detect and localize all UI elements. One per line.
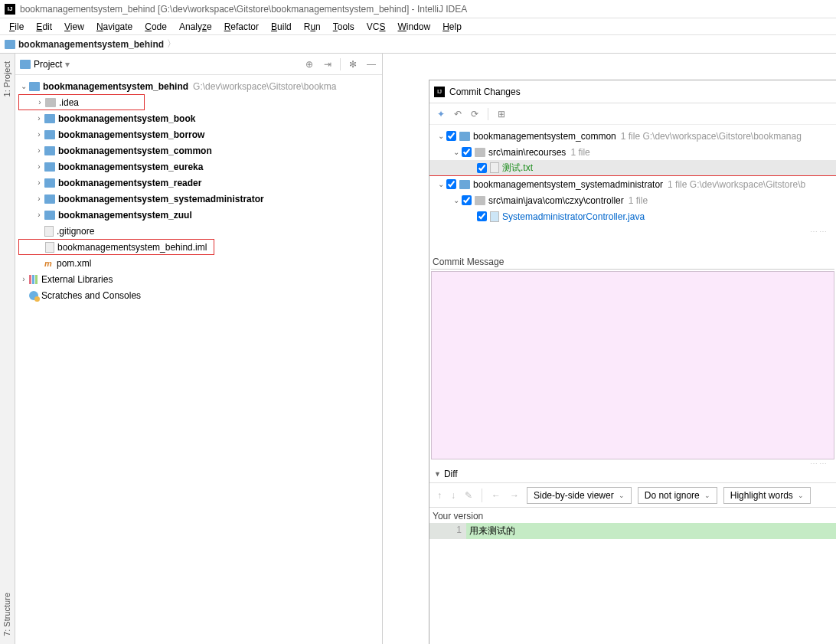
checkbox[interactable] — [446, 131, 456, 141]
changelist-icon[interactable]: ✦ — [437, 109, 445, 119]
chevron-right-icon[interactable]: › — [34, 130, 44, 139]
tree-item[interactable]: ›bookmanagementsystem_zuul — [15, 207, 382, 223]
tree-iml[interactable]: bookmanagementsystem_behind.iml — [18, 239, 214, 255]
tree-label: bookmanagementsystem_book — [58, 113, 195, 124]
side-tab-structure[interactable]: 7: Structure — [2, 593, 11, 636]
tree-root-path: G:\dev\workspace\Gitstore\bookma — [193, 81, 336, 92]
tree-item[interactable]: ›bookmanagementsystem_eureka — [15, 159, 382, 175]
side-tab-project[interactable]: 1: Project — [2, 61, 11, 96]
checkbox[interactable] — [446, 179, 456, 189]
chevron-down-icon[interactable]: ▾ — [65, 59, 70, 70]
diff-section-header[interactable]: ▼ Diff — [429, 466, 836, 483]
tree-item[interactable]: ›bookmanagementsystem_borrow — [15, 126, 382, 142]
target-icon[interactable]: ⊕ — [303, 58, 315, 70]
line-number: 1 — [429, 523, 466, 539]
undo-icon[interactable]: ↶ — [454, 109, 462, 119]
tree-scratch[interactable]: Scratches and Consoles — [15, 287, 382, 303]
chevron-right-icon[interactable]: › — [34, 162, 44, 171]
group-icon[interactable]: ⊞ — [498, 109, 505, 119]
tree-item[interactable]: ›bookmanagementsystem_book — [15, 110, 382, 126]
chevron-right-icon[interactable]: › — [34, 114, 44, 123]
breadcrumb[interactable]: bookmanagementsystem_behind 〉 — [0, 35, 836, 54]
checkbox[interactable] — [477, 163, 487, 173]
menu-refactor[interactable]: Refactor — [218, 20, 265, 34]
tree-root[interactable]: ⌄ bookmanagementsystem_behind G:\dev\wor… — [15, 78, 382, 94]
menu-tools[interactable]: Tools — [327, 20, 361, 34]
menu-build[interactable]: Build — [265, 20, 298, 34]
chevron-right-icon[interactable]: › — [34, 178, 44, 187]
collapse-icon[interactable]: ⇥ — [322, 58, 334, 70]
checkbox[interactable] — [477, 211, 487, 221]
change-folder[interactable]: ⌄ src\main\recourses 1 file — [429, 144, 836, 160]
file-label: 测试.txt — [502, 162, 533, 175]
menu-code[interactable]: Code — [139, 20, 173, 34]
module-icon — [459, 132, 470, 141]
tree-label: Scratches and Consoles — [41, 290, 141, 301]
menu-help[interactable]: Help — [436, 20, 468, 34]
editor-area: IJ Commit Changes ✦ ↶ ⟳ ⊞ ⌄ bookmanageme… — [383, 54, 836, 644]
ignore-combo[interactable]: Do not ignore⌄ — [638, 487, 717, 504]
menu-analyze[interactable]: Analyze — [173, 20, 218, 34]
menu-window[interactable]: Window — [391, 20, 436, 34]
checkbox[interactable] — [462, 147, 472, 157]
change-file[interactable]: SystemadministratorController.java — [429, 208, 836, 224]
arrow-left-icon[interactable]: ← — [490, 490, 502, 501]
tree-item[interactable]: ›bookmanagementsystem_systemadministrato… — [15, 191, 382, 207]
left-gutter: 1: Project 7: Structure — [0, 54, 15, 644]
changes-tree[interactable]: ⌄ bookmanagementsystem_common 1 file G:\… — [429, 125, 836, 227]
chevron-down-icon[interactable]: ⌄ — [451, 148, 462, 156]
change-folder[interactable]: ⌄ src\main\java\com\czxy\controller 1 fi… — [429, 192, 836, 208]
menu-edit[interactable]: Edit — [30, 20, 58, 34]
menu-vcs[interactable]: VCS — [361, 20, 392, 34]
chevron-right-icon[interactable]: › — [34, 211, 44, 219]
change-module[interactable]: ⌄ bookmanagementsystem_common 1 file G:\… — [429, 128, 836, 144]
chevron-right-icon[interactable]: › — [34, 146, 44, 155]
tree-label: bookmanagementsystem_zuul — [58, 210, 192, 221]
chevron-down-icon[interactable]: ⌄ — [451, 196, 462, 204]
menu-run[interactable]: Run — [298, 20, 327, 34]
tree-item[interactable]: ›bookmanagementsystem_reader — [15, 175, 382, 191]
refresh-icon[interactable]: ⟳ — [471, 109, 478, 119]
chevron-down-icon[interactable]: ⌄ — [436, 132, 446, 140]
menu-view[interactable]: View — [58, 20, 90, 34]
diff-added-line[interactable]: 用来测试的 — [466, 523, 836, 539]
folder-icon — [20, 60, 31, 69]
edit-icon[interactable]: ✎ — [463, 490, 474, 501]
tree-idea[interactable]: › .idea — [18, 94, 145, 110]
project-panel-header: Project ▾ ⊕ ⇥ ✻ — — [15, 54, 382, 75]
diff-content: 1 用来测试的 — [429, 523, 836, 539]
chevron-down-icon[interactable]: ⌄ — [18, 82, 29, 90]
change-module[interactable]: ⌄ bookmanagementsystem_systemadministrat… — [429, 176, 836, 192]
gear-icon[interactable]: ✻ — [347, 58, 359, 70]
checkbox[interactable] — [462, 195, 472, 205]
module-info: 1 file G:\dev\workspace\Gitstore\bookman… — [621, 131, 802, 142]
change-file-selected[interactable]: 测试.txt — [429, 160, 836, 176]
resize-grip[interactable]: ⋯⋯ — [429, 227, 836, 234]
tree-ext-lib[interactable]: ›External Libraries — [15, 271, 382, 287]
module-icon — [44, 178, 55, 188]
tree-pom[interactable]: mpom.xml — [15, 255, 382, 271]
arrow-right-icon[interactable]: → — [508, 490, 521, 501]
module-info: 1 file G:\dev\workspace\Gitstore\b — [668, 179, 805, 190]
tree-label: .idea — [59, 97, 79, 108]
commit-message-input[interactable] — [431, 271, 834, 459]
tree-label: .gitignore — [57, 226, 94, 237]
arrow-up-icon[interactable]: ↑ — [436, 490, 443, 501]
resize-grip[interactable]: ⋯⋯ — [429, 459, 836, 466]
menu-file[interactable]: File — [3, 20, 30, 34]
arrow-down-icon[interactable]: ↓ — [449, 490, 457, 501]
chevron-down-icon[interactable]: ⌄ — [436, 180, 446, 188]
chevron-right-icon[interactable]: › — [34, 98, 45, 106]
chevron-right-icon[interactable]: › — [18, 275, 29, 283]
tree-gitignore[interactable]: .gitignore — [15, 223, 382, 239]
viewer-combo[interactable]: Side-by-side viewer⌄ — [527, 487, 632, 504]
tree-root-label: bookmanagementsystem_behind — [43, 81, 188, 92]
hide-icon[interactable]: — — [365, 58, 377, 70]
highlight-combo[interactable]: Highlight words⌄ — [723, 487, 811, 504]
breadcrumb-root: bookmanagementsystem_behind — [18, 39, 164, 50]
menu-navigate[interactable]: Navigate — [90, 20, 139, 34]
project-tree[interactable]: ⌄ bookmanagementsystem_behind G:\dev\wor… — [15, 75, 382, 644]
chevron-right-icon[interactable]: › — [34, 195, 44, 203]
tree-item[interactable]: ›bookmanagementsystem_common — [15, 142, 382, 159]
commit-message-label: Commit Message — [431, 234, 834, 270]
